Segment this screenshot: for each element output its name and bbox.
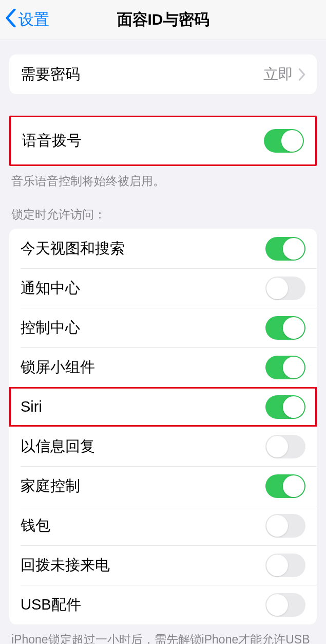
toggle-lock-item[interactable] (265, 554, 305, 577)
row-label: 家庭控制 (21, 476, 80, 496)
row-label: 语音拨号 (22, 131, 82, 151)
toggle-lock-item[interactable] (265, 474, 305, 498)
row-voice-dial[interactable]: 语音拨号 (11, 117, 315, 164)
back-button[interactable]: 设置 (0, 9, 49, 31)
row-lock-item[interactable]: 通知中心 (9, 268, 317, 308)
row-label: 需要密码 (21, 64, 80, 85)
back-label: 设置 (18, 9, 49, 30)
toggle-lock-item[interactable] (265, 277, 305, 300)
row-label: 回拨未接来电 (21, 555, 110, 576)
row-label: 以信息回复 (21, 436, 95, 457)
row-label: 通知中心 (21, 278, 80, 299)
toggle-lock-item[interactable] (265, 514, 305, 538)
toggle-lock-item[interactable] (265, 435, 305, 458)
footer-voice-dial: 音乐语音控制将始终被启用。 (0, 166, 326, 189)
section-passcode: 需要密码 立即 (9, 54, 317, 94)
row-label: USB配件 (21, 595, 81, 615)
row-lock-item[interactable]: 钱包 (9, 506, 317, 545)
row-lock-item[interactable]: 今天视图和搜索 (9, 229, 317, 268)
toggle-lock-item[interactable] (265, 237, 305, 261)
footer-lock-access: iPhone锁定超过一小时后，需先解锁iPhone才能允许USB配件连接。 (0, 624, 326, 644)
row-label: 锁屏小组件 (21, 357, 95, 378)
toggle-voice-dial[interactable] (264, 129, 304, 153)
row-require-passcode[interactable]: 需要密码 立即 (9, 54, 317, 94)
row-lock-item[interactable]: USB配件 (9, 585, 317, 624)
chevron-left-icon (5, 9, 16, 31)
row-lock-item[interactable]: 回拨未接来电 (9, 545, 317, 585)
row-value: 立即 (263, 64, 305, 85)
row-label: 今天视图和搜索 (21, 238, 125, 259)
row-label: 钱包 (21, 516, 50, 536)
row-lock-item[interactable]: Siri (9, 387, 317, 427)
row-lock-item[interactable]: 控制中心 (9, 308, 317, 347)
row-label: Siri (21, 398, 42, 415)
row-label: 控制中心 (21, 318, 80, 338)
highlight-voice-dial: 语音拨号 (9, 116, 317, 166)
toggle-lock-item[interactable] (265, 316, 305, 340)
chevron-right-icon (298, 68, 305, 81)
row-lock-item[interactable]: 锁屏小组件 (9, 347, 317, 387)
toggle-lock-item[interactable] (265, 356, 305, 379)
section-lock-access: 今天视图和搜索通知中心控制中心锁屏小组件Siri以信息回复家庭控制钱包回拨未接来… (9, 229, 317, 624)
toggle-lock-item[interactable] (265, 395, 305, 419)
row-lock-item[interactable]: 家庭控制 (9, 466, 317, 506)
header-lock-access: 锁定时允许访问： (0, 207, 326, 229)
toggle-lock-item[interactable] (265, 593, 305, 617)
row-lock-item[interactable]: 以信息回复 (9, 427, 317, 466)
nav-bar: 设置 面容ID与密码 (0, 0, 326, 40)
